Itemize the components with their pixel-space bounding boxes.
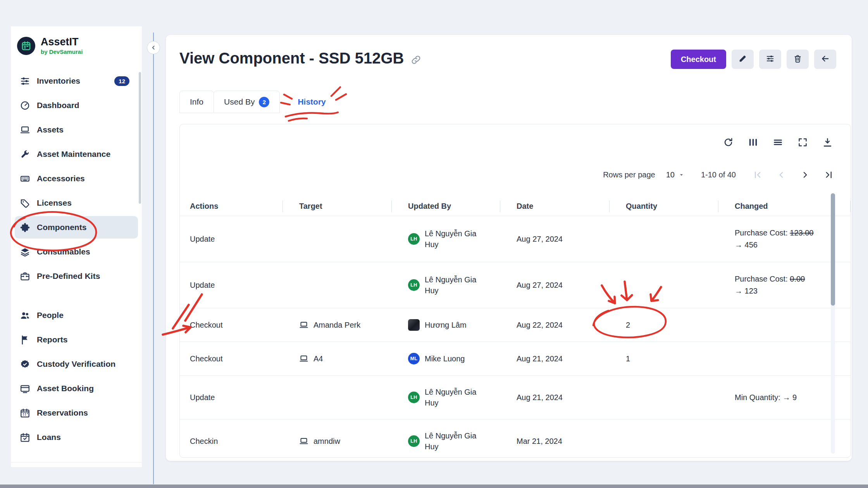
table-row[interactable]: CheckoutAmanda PerkHương LâmAug 22, 2024… (180, 308, 851, 342)
app-logo-icon (17, 37, 35, 55)
cell-updated-by: LHLê Nguyễn Gia Huy (392, 419, 500, 458)
cell-target: amndiw (283, 419, 392, 458)
column-header-target[interactable]: Target (283, 197, 392, 216)
people-icon (20, 310, 30, 321)
main-panel: View Component - SSD 512GB Checkout Info… (166, 35, 852, 461)
rows-per-page-value: 10 (666, 170, 675, 179)
cell-target (283, 262, 392, 308)
sidebar-item-badge: 12 (114, 76, 129, 86)
download-icon[interactable] (822, 137, 833, 148)
laptop-icon (299, 354, 308, 363)
user-name: Lê Nguyễn Gia Huy (425, 228, 485, 250)
badge-check-icon (20, 359, 30, 369)
cell-quantity (610, 419, 718, 458)
sidebar-item-label: Consumables (37, 247, 90, 256)
sidebar-item-label: Reservations (37, 408, 88, 418)
tab-history[interactable]: History (290, 91, 333, 113)
column-header-quantity[interactable]: Quantity (610, 197, 718, 216)
bottom-bar (0, 485, 868, 488)
tab-label: History (298, 97, 326, 107)
sidebar-item-assets[interactable]: Assets (15, 119, 138, 141)
trash-button[interactable] (787, 50, 809, 69)
sidebar-item-inventories[interactable]: Inventories12 (15, 70, 138, 92)
keyboard-icon (20, 174, 30, 184)
sidebar-item-pre-defined-kits[interactable]: Pre-Defined Kits (15, 265, 138, 287)
pencil-icon (738, 54, 747, 64)
cell-target (283, 376, 392, 419)
cell-date: Aug 22, 2024 (500, 308, 610, 342)
sliders-icon (20, 76, 30, 86)
tab-used-by[interactable]: Used By2 (214, 91, 280, 113)
fullscreen-icon[interactable] (797, 137, 808, 148)
table-row[interactable]: CheckoutA4MLMike LuongAug 21, 20241 (180, 342, 851, 376)
sidebar-item-reservations[interactable]: Reservations (15, 402, 138, 424)
column-header-updated-by[interactable]: Updated By (392, 197, 500, 216)
sidebar-collapse-button[interactable] (147, 41, 160, 54)
column-header-date[interactable]: Date (500, 197, 610, 216)
column-header-actions[interactable]: Actions (180, 197, 283, 216)
avatar: LH (408, 279, 420, 291)
sidebar: AssetIT by DevSamurai Inventories12Dashb… (11, 26, 142, 467)
table-row[interactable]: UpdateLHLê Nguyễn Gia HuyAug 21, 2024Min… (180, 376, 851, 419)
sidebar-item-label: Components (37, 223, 86, 232)
table-row[interactable]: UpdateLHLê Nguyễn Gia HuyAug 27, 2024Pur… (180, 216, 851, 262)
toolbox-icon (20, 271, 30, 282)
avatar (408, 319, 420, 331)
page-title: View Component - SSD 512GB (179, 50, 404, 67)
user-name: Mike Luong (425, 353, 465, 364)
next-page-button[interactable] (800, 170, 810, 180)
sidebar-item-loans[interactable]: Loans (15, 426, 138, 448)
sidebar-item-label: Inventories (37, 76, 80, 86)
sidebar-item-custody-verification[interactable]: Custody Verification (15, 353, 138, 375)
cell-updated-by: LHLê Nguyễn Gia Huy (392, 376, 500, 419)
cell-date: Mar 21, 2024 (500, 419, 610, 458)
sidebar-item-accessories[interactable]: Accessories (15, 167, 138, 190)
sidebar-item-consumables[interactable]: Consumables (15, 241, 138, 263)
flag-icon (20, 335, 30, 345)
tab-info[interactable]: Info (179, 91, 214, 113)
changed-text: Purchase Cost: 123.00 → 456 (735, 227, 815, 251)
cell-quantity (610, 216, 718, 262)
pencil-button[interactable] (732, 50, 754, 69)
filters-button[interactable] (759, 50, 781, 69)
columns-icon[interactable] (748, 137, 758, 148)
last-page-button[interactable] (824, 170, 834, 180)
sidebar-scrollbar[interactable] (139, 72, 141, 204)
back-button[interactable] (814, 50, 836, 69)
cell-action: Checkout (180, 342, 283, 375)
cell-action: Update (180, 262, 283, 308)
sidebar-item-dashboard[interactable]: Dashboard (15, 94, 138, 117)
permalink-icon[interactable] (411, 55, 421, 65)
app-byline: by DevSamurai (41, 48, 83, 55)
sidebar-item-licenses[interactable]: Licenses (15, 192, 138, 214)
sidebar-item-asset-maintenance[interactable]: Asset Maintenance (15, 143, 138, 165)
rows-per-page-select[interactable]: 10 (666, 170, 685, 179)
sidebar-section-gap (15, 289, 138, 304)
table-scrollbar-thumb[interactable] (831, 193, 835, 306)
changed-text: Purchase Cost: 0.00 → 123 (735, 273, 815, 297)
sidebar-item-asset-booking[interactable]: Asset Booking (15, 377, 138, 400)
density-icon[interactable] (773, 137, 783, 148)
avatar: ML (408, 353, 420, 364)
tab-badge: 2 (259, 97, 269, 107)
prev-page-button[interactable] (777, 170, 786, 180)
page-header: View Component - SSD 512GB Checkout (179, 50, 851, 69)
sidebar-item-reports[interactable]: Reports (15, 328, 138, 351)
first-page-button[interactable] (753, 170, 763, 180)
cell-target: A4 (283, 342, 392, 375)
sidebar-resize-line (153, 33, 154, 484)
refresh-icon[interactable] (723, 137, 734, 148)
sidebar-item-people[interactable]: People (15, 304, 138, 326)
sidebar-item-components[interactable]: Components (15, 216, 138, 239)
table-toolbar (180, 124, 851, 148)
cell-updated-by: MLMike Luong (392, 342, 500, 375)
table-row[interactable]: UpdateLHLê Nguyễn Gia HuyAug 27, 2024Pur… (180, 262, 851, 308)
checkout-button[interactable]: Checkout (671, 50, 726, 69)
cell-date: Aug 21, 2024 (500, 376, 610, 419)
cell-date: Aug 27, 2024 (500, 262, 610, 308)
sidebar-item-label: People (37, 311, 64, 320)
table-row[interactable]: CheckinamndiwLHLê Nguyễn Gia HuyMar 21, … (180, 419, 851, 458)
booking-icon (20, 383, 30, 394)
sidebar-nav: Inventories12DashboardAssetsAsset Mainte… (11, 66, 142, 448)
avatar: LH (408, 233, 420, 245)
